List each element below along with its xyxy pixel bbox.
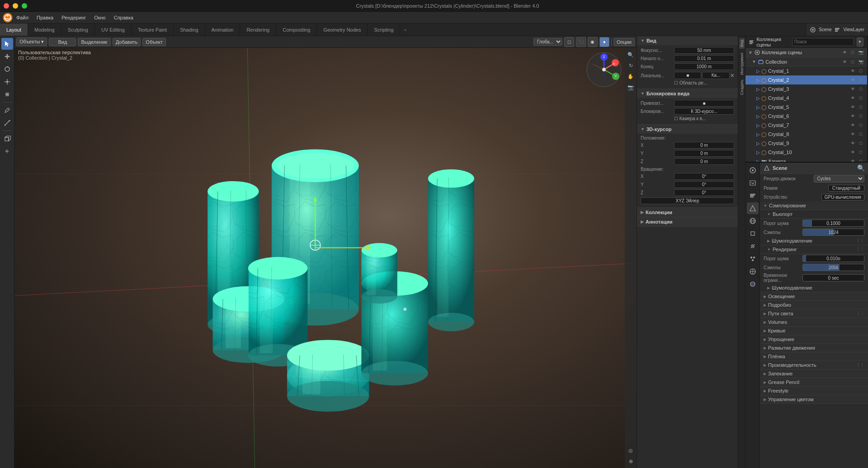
vp-overlay-icon[interactable]: ◎: [626, 445, 636, 455]
scale-tool[interactable]: [1, 76, 13, 88]
annotate-tool[interactable]: [1, 104, 13, 116]
denoising-options-icon[interactable]: ⋮⋮: [856, 239, 864, 243]
item4-vp[interactable]: ⬡: [857, 94, 864, 102]
menu-help[interactable]: Справка: [110, 14, 137, 21]
item9-view[interactable]: 👁: [849, 140, 856, 147]
menu-window[interactable]: Окно: [90, 14, 109, 21]
end-value[interactable]: 1000 m: [674, 63, 734, 70]
rotate-tool[interactable]: [1, 63, 13, 75]
outliner-item-crystal5[interactable]: ▷ ◯ Crystal_5 👁 ⬡: [745, 103, 867, 112]
props-tab-modifier[interactable]: [747, 240, 759, 252]
bind-value[interactable]: ■: [674, 100, 734, 107]
render-mode-value[interactable]: Стандартный: [828, 185, 864, 192]
noise-thresh-slider[interactable]: 0.1000: [802, 220, 864, 227]
outliner-item-crystal8[interactable]: ▷ ◯ Crystal_8 👁 ⬡: [745, 130, 867, 139]
cursor-section-header[interactable]: ▼ 3D-курсор: [637, 125, 738, 134]
detail-header[interactable]: ▶ Подробио: [760, 301, 868, 309]
view-section-header[interactable]: ▼ Вид: [637, 36, 738, 45]
tab-modeling[interactable]: Modeling: [28, 23, 61, 36]
item7-view[interactable]: 👁: [849, 122, 856, 129]
rendered-btn[interactable]: ●: [599, 37, 609, 47]
grease-pencil-header[interactable]: ▶ Grease Pencil: [760, 378, 868, 387]
props-tab-view-layer[interactable]: [747, 190, 759, 201]
outliner-filter-btn[interactable]: ▾: [857, 37, 863, 47]
wireframe-btn[interactable]: ◻: [564, 37, 574, 47]
menu-render[interactable]: Рендеринг: [58, 14, 90, 21]
vp-camera-icon[interactable]: 📷: [626, 82, 636, 92]
item5-view[interactable]: 👁: [849, 103, 856, 111]
props-tab-render[interactable]: [747, 164, 759, 176]
rendering-options-icon[interactable]: ⋮⋮: [856, 247, 864, 252]
cursor-tool[interactable]: [1, 38, 13, 50]
volumes-header[interactable]: ▶ Volumes: [760, 318, 868, 327]
restrict-viewport-btn[interactable]: ⬡: [849, 49, 856, 56]
vид-tab[interactable]: Вид: [739, 38, 745, 49]
lighting-header[interactable]: ▶ Освещение: [760, 292, 868, 301]
инструмент-tab[interactable]: Инструмент: [739, 51, 745, 77]
item8-vp[interactable]: ⬡: [857, 131, 864, 138]
add-workspace-btn[interactable]: +: [400, 23, 410, 36]
solid-btn[interactable]: ⬛: [576, 37, 586, 47]
simplify-header[interactable]: ▶ Упрощение: [760, 335, 868, 344]
restrict-render-btn[interactable]: 📷: [857, 49, 864, 56]
scene-collection-arrow[interactable]: ▼: [748, 50, 753, 55]
focal-value[interactable]: 50 mm: [674, 47, 734, 54]
curves-header[interactable]: ▶ Кривые: [760, 327, 868, 335]
viewport-subsection-header[interactable]: ▼ Вьюпорт: [760, 210, 868, 219]
options-btn[interactable]: Опции: [613, 38, 635, 46]
item4-view[interactable]: 👁: [849, 94, 856, 102]
transform-tool[interactable]: [1, 89, 13, 100]
region-checkbox[interactable]: ☐ Область ре...: [674, 80, 707, 85]
tab-layout[interactable]: Layout: [0, 23, 28, 36]
cursor-y-value[interactable]: 0 m: [674, 150, 734, 157]
performance-opts[interactable]: ⋮⋮: [856, 363, 864, 367]
r-samples-slider[interactable]: 2056: [802, 264, 864, 271]
tab-scripting[interactable]: Scripting: [368, 23, 400, 36]
tab-rendering[interactable]: Rendering: [240, 23, 276, 36]
selection-btn[interactable]: Выделение: [78, 38, 110, 46]
performance-header[interactable]: ▶ Производительность ⋮⋮: [760, 361, 868, 370]
object-mode-btn[interactable]: Объекты ▾: [16, 37, 47, 46]
cursor-rz-value[interactable]: 0°: [674, 189, 734, 196]
motion-blur-header[interactable]: ▶ Размытие движения: [760, 344, 868, 352]
restrict-view-btn[interactable]: 👁: [841, 49, 848, 56]
add-btn[interactable]: Добавить: [113, 38, 141, 46]
props-tab-material[interactable]: [747, 278, 759, 290]
tab-animation[interactable]: Animation: [205, 23, 241, 36]
item3-view[interactable]: 👁: [849, 85, 856, 93]
item5-vp[interactable]: ⬡: [857, 103, 864, 111]
cursor-x-value[interactable]: 0 m: [674, 142, 734, 149]
cursor-ry-value[interactable]: 0°: [674, 181, 734, 188]
minimize-btn[interactable]: [13, 3, 18, 9]
outliner-item-crystal10[interactable]: ▷ ◯ Crystal_10 👁 ⬡: [745, 148, 867, 157]
view-mode-btn[interactable]: Вид: [49, 38, 76, 46]
color-mgmt-header[interactable]: ▶ Управление цветом: [760, 395, 868, 404]
collection-arrow[interactable]: ▼: [752, 59, 756, 64]
light-paths-header[interactable]: ▶ Пути света ⋮⋮: [760, 309, 868, 318]
вид-create-tab[interactable]: Создать: [739, 78, 745, 97]
outliner-item-crystal2[interactable]: ▷ ◯ Crystal_2 👁 ⬡: [745, 75, 867, 84]
outliner-item-crystal9[interactable]: ▷ ◯ Crystal_9 👁 ⬡: [745, 139, 867, 148]
props-tab-scene[interactable]: [747, 202, 759, 214]
item1-vp[interactable]: ⬡: [857, 67, 864, 75]
outliner-item-crystal4[interactable]: ▷ ◯ Crystal_4 👁 ⬡: [745, 94, 867, 103]
collections-header[interactable]: ▶ Коллекции: [637, 208, 738, 217]
item10-vp[interactable]: ⬡: [857, 149, 864, 156]
nav-gizmo[interactable]: X Y Z: [586, 51, 622, 88]
render-device-value[interactable]: GPU-вычисления: [821, 194, 864, 201]
cursor-z-value[interactable]: 0 m: [674, 158, 734, 165]
item2-vp[interactable]: ⬡: [857, 76, 864, 84]
light-paths-opts[interactable]: ⋮⋮: [856, 311, 864, 316]
add-cube-tool[interactable]: [1, 133, 13, 145]
ka-btn[interactable]: Ка...: [702, 72, 729, 79]
object-btn[interactable]: Объект: [142, 38, 165, 46]
col-view-btn[interactable]: 👁: [841, 58, 848, 66]
add-tool[interactable]: +: [1, 145, 13, 157]
tab-texture-paint[interactable]: Texture Paint: [132, 23, 174, 36]
item3-vp[interactable]: ⬡: [857, 85, 864, 93]
lock-section-header[interactable]: ▼ Блокировка вида: [637, 89, 738, 98]
sampling-section-header[interactable]: ▼ Сэмплирование: [760, 201, 868, 210]
render-engine-select[interactable]: Cycles: [814, 175, 865, 183]
local-btn[interactable]: ■: [674, 72, 701, 79]
outliner-item-crystal3[interactable]: ▷ ◯ Crystal_3 👁 ⬡: [745, 84, 867, 94]
